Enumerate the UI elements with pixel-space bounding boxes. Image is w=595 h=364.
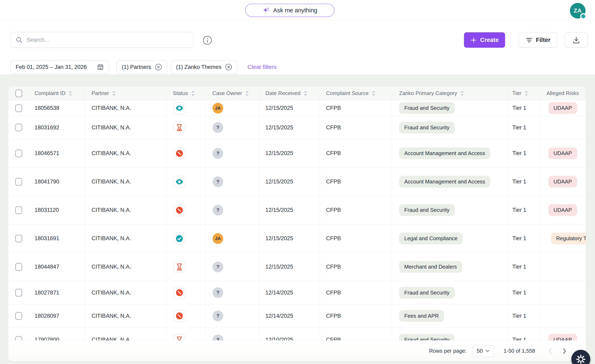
header-status[interactable]: Status (167, 86, 206, 100)
previous-page-button[interactable] (548, 348, 552, 354)
status-badge[interactable] (173, 176, 185, 188)
case-owner-avatar[interactable]: ? (212, 287, 223, 298)
filter-button[interactable]: Filter (518, 32, 558, 48)
sort-icon[interactable] (524, 91, 528, 96)
download-button[interactable] (565, 32, 588, 48)
row-checkbox[interactable] (15, 149, 22, 157)
case-owner-avatar[interactable]: ? (212, 122, 223, 133)
table-row[interactable]: 18031692CITIBANK, N.A.?12/15/2025CFPBFra… (8, 116, 586, 139)
complaint-source-cell: CFPB (320, 100, 392, 116)
gear-icon (575, 354, 586, 364)
partner-cell: CITIBANK, N.A. (85, 224, 167, 252)
status-badge[interactable] (173, 233, 185, 245)
header-tier[interactable]: Tier (508, 86, 539, 100)
search-box[interactable] (10, 32, 193, 48)
chevron-right-icon (563, 348, 567, 354)
rows-per-page-select[interactable]: 50 (472, 345, 494, 357)
row-checkbox[interactable] (15, 206, 22, 214)
status-cell (167, 304, 206, 327)
sort-icon[interactable] (304, 91, 308, 96)
tier-cell: Tier 1 (508, 116, 539, 139)
row-checkbox[interactable] (15, 124, 22, 131)
alleged-risks-cell: UDAAP (539, 168, 586, 196)
plus-icon (470, 37, 477, 43)
row-checkbox[interactable] (15, 312, 22, 320)
row-checkbox[interactable] (15, 178, 22, 186)
clear-filters-link[interactable]: Clear filters (248, 60, 277, 74)
blocked-status-icon (175, 206, 184, 214)
table-row[interactable]: 18041790CITIBANK, N.A.?12/15/2025CFPBAcc… (8, 168, 586, 196)
sort-icon[interactable] (68, 91, 72, 96)
row-checkbox[interactable] (15, 289, 22, 297)
status-badge[interactable] (173, 310, 185, 322)
sort-icon[interactable] (191, 91, 195, 96)
status-badge[interactable] (173, 147, 185, 159)
remove-filter-icon[interactable] (225, 63, 232, 70)
case-owner-avatar[interactable]: JA (212, 103, 223, 113)
tier-cell: Tier 1 (508, 100, 539, 116)
alleged-risks-cell: UDAAP (539, 100, 586, 116)
alleged-risks-cell: UDAAP (539, 139, 586, 168)
sort-icon[interactable] (245, 91, 249, 96)
tier-cell: Tier 1 (508, 168, 539, 196)
category-pill: Legal and Compliance (399, 233, 463, 244)
table-row[interactable]: 18031691CITIBANK, N.A.JA12/15/2025CFPBLe… (8, 224, 586, 253)
row-checkbox[interactable] (15, 104, 22, 112)
table-footer: Rows per page: 50 1-50 of 1,558 (8, 340, 586, 361)
table-row[interactable]: 18028097CITIBANK, N.A.?12/14/2025CFPBFee… (8, 304, 586, 328)
partners-filter-chip[interactable]: (1) Partners (116, 60, 167, 74)
info-button[interactable] (203, 35, 212, 45)
case-owner-avatar[interactable]: ? (212, 262, 223, 272)
create-button[interactable]: Create (464, 32, 505, 48)
header-alleged-risks[interactable]: Alleged Risks (539, 86, 586, 100)
user-avatar[interactable]: ZA (570, 3, 586, 19)
case-owner-avatar[interactable]: JA (212, 233, 223, 244)
complaint-source-cell: CFPB (320, 139, 392, 168)
status-badge[interactable] (173, 287, 185, 299)
table-row[interactable]: 18027871CITIBANK, N.A.?12/14/2025CFPBFra… (8, 281, 586, 304)
complaint-id-cell: 18046571 (31, 139, 85, 168)
row-checkbox[interactable] (15, 235, 22, 242)
case-owner-avatar[interactable]: ? (212, 205, 223, 216)
case-owner-avatar[interactable]: ? (212, 176, 223, 187)
zanko-themes-chip-label: (1) Zanko Themes (176, 64, 221, 70)
select-all-checkbox[interactable] (15, 90, 22, 97)
presence-dot (580, 13, 586, 19)
table-row[interactable]: 18046571CITIBANK, N.A.?12/15/2025CFPBAcc… (8, 139, 586, 168)
sort-icon[interactable] (372, 91, 376, 96)
header-complaint-source[interactable]: Complaint Source (320, 86, 392, 100)
date-received-cell: 12/15/2025 (259, 196, 320, 224)
ask-me-anything-button[interactable]: Ask me anything (245, 4, 334, 17)
table-row[interactable]: 18031120CITIBANK, N.A.?12/15/2025CFPBFra… (8, 196, 586, 224)
row-checkbox[interactable] (15, 263, 22, 271)
filter-icon (526, 37, 533, 43)
status-badge[interactable] (173, 102, 185, 114)
case-owner-avatar[interactable]: ? (212, 310, 223, 321)
header-zanko-primary-category[interactable]: Zanko Primary Category (392, 86, 508, 100)
next-page-button[interactable] (563, 348, 567, 354)
rows-per-page-value: 50 (477, 348, 483, 354)
header-case-owner[interactable]: Case Owner (206, 86, 259, 100)
header-complaint-id[interactable]: Complaint ID (31, 86, 85, 100)
search-input[interactable] (27, 37, 188, 43)
header-checkbox-cell (8, 86, 31, 100)
sort-icon[interactable] (112, 91, 116, 96)
zanko-themes-filter-chip[interactable]: (1) Zanko Themes (171, 60, 237, 74)
category-pill: Account Management and Access (399, 176, 490, 188)
checkbox-cell (8, 281, 31, 304)
date-range-chip[interactable]: Feb 01, 2025 – Jan 31, 2026 12 (10, 60, 109, 74)
header-partner[interactable]: Partner (85, 86, 167, 100)
header-date-received[interactable]: Date Received (259, 86, 320, 100)
case-owner-avatar[interactable]: ? (212, 148, 223, 159)
sort-icon[interactable] (460, 91, 464, 96)
remove-filter-icon[interactable] (155, 63, 162, 70)
case-owner-cell: ? (206, 116, 259, 139)
status-badge[interactable] (173, 204, 185, 216)
status-badge[interactable] (173, 261, 185, 273)
table-row[interactable]: 18056538CITIBANK, N.A.JA12/15/2025CFPBFr… (8, 100, 586, 116)
complaint-source-cell: CFPB (320, 281, 392, 304)
checkbox-cell (8, 224, 31, 252)
table-row[interactable]: 18044847CITIBANK, N.A.?12/15/2025CFPBMer… (8, 253, 586, 281)
zanko-category-cell: Fraud and Security (392, 100, 508, 116)
status-badge[interactable] (173, 122, 185, 133)
